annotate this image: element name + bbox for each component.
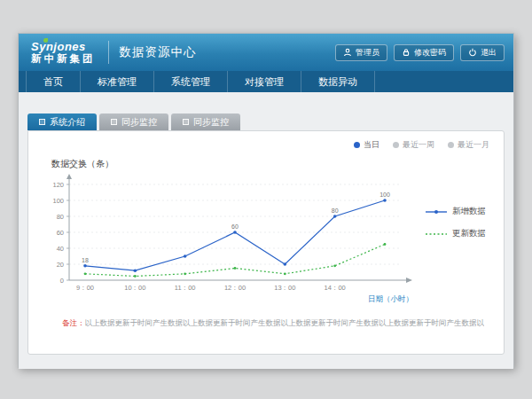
svg-text:9：00: 9：00 xyxy=(76,284,94,292)
legend-item-update-data: 更新数据 xyxy=(426,228,495,239)
content-area: 系统介绍 同步监控 同步监控 当日 最近一周 xyxy=(19,92,513,369)
tab-sync-monitor-2[interactable]: 同步监控 xyxy=(171,113,240,130)
svg-text:100: 100 xyxy=(379,192,390,198)
filter-last-month[interactable]: 最近一月 xyxy=(448,139,489,151)
user-icon xyxy=(343,48,352,57)
svg-text:60: 60 xyxy=(57,229,64,237)
tab-sync-monitor-1[interactable]: 同步监控 xyxy=(99,113,168,130)
svg-text:100: 100 xyxy=(52,197,64,205)
filter-today[interactable]: 当日 xyxy=(354,139,379,151)
svg-text:80: 80 xyxy=(57,213,64,221)
app-window: Synjones 新中新集团 数据资源中心 管理员 修改密码 xyxy=(18,33,514,368)
filter-last-week[interactable]: 最近一周 xyxy=(393,139,434,151)
leaf-icon xyxy=(43,38,48,43)
grid-icon xyxy=(111,119,117,125)
svg-text:20: 20 xyxy=(57,261,64,269)
svg-text:60: 60 xyxy=(231,223,239,230)
footnote: 备注：以上数据更新于时间产生数据以上数据更新于时间产生数据以上数据更新于时间产生… xyxy=(62,318,484,329)
grid-icon xyxy=(39,119,45,125)
svg-text:12：00: 12：00 xyxy=(224,284,246,292)
tab-system-intro[interactable]: 系统介绍 xyxy=(27,113,97,130)
svg-text:40: 40 xyxy=(57,245,64,253)
tab-bar: 系统介绍 同步监控 同步监控 xyxy=(27,113,505,130)
change-password-button[interactable]: 修改密码 xyxy=(394,44,454,61)
svg-text:120: 120 xyxy=(52,181,64,189)
chart-container: 0204060801001209：0010：0011：0012：0013：001… xyxy=(43,172,426,307)
solid-line-icon xyxy=(426,208,447,215)
footnote-prefix: 备注： xyxy=(62,318,85,327)
svg-text:日期（小时）: 日期（小时） xyxy=(368,294,413,303)
series-legend: 新增数据 更新数据 xyxy=(426,206,495,250)
chart-panel: 当日 最近一周 最近一月 数据交换（条） 0204060801001209：00… xyxy=(27,130,505,355)
brand-text: Synjones xyxy=(31,41,96,53)
svg-text:18: 18 xyxy=(82,257,89,263)
radio-dot-icon xyxy=(448,142,454,148)
line-chart: 0204060801001209：0010：0011：0012：0013：001… xyxy=(43,172,426,307)
nav-item-data-change[interactable]: 数据异动 xyxy=(301,71,375,92)
main-nav: 首页 标准管理 系统管理 对接管理 数据异动 xyxy=(19,71,513,92)
synjones-logo: Synjones 新中新集团 xyxy=(31,41,96,65)
app-header: Synjones 新中新集团 数据资源中心 管理员 修改密码 xyxy=(19,34,513,71)
nav-item-system[interactable]: 系统管理 xyxy=(154,71,228,92)
radio-dot-icon xyxy=(393,142,399,148)
dotted-line-icon xyxy=(426,231,447,238)
svg-text:13：00: 13：00 xyxy=(274,284,295,292)
radio-dot-icon xyxy=(354,142,360,148)
power-icon xyxy=(468,48,477,57)
header-divider xyxy=(108,41,109,64)
svg-text:14：00: 14：00 xyxy=(325,284,346,292)
footnote-text: 以上数据更新于时间产生数据以上数据更新于时间产生数据以上数据更新于时间产生数据以… xyxy=(85,318,485,327)
lock-icon xyxy=(402,48,411,57)
legend-item-new-data: 新增数据 xyxy=(426,206,495,217)
admin-button[interactable]: 管理员 xyxy=(335,44,387,61)
svg-text:11：00: 11：00 xyxy=(175,284,196,292)
y-axis-title: 数据交换（条） xyxy=(51,158,113,170)
svg-text:10：00: 10：00 xyxy=(124,284,145,292)
grid-icon xyxy=(183,119,189,125)
svg-text:0: 0 xyxy=(60,277,64,285)
range-filters: 当日 最近一周 最近一月 xyxy=(354,139,489,151)
nav-item-interface[interactable]: 对接管理 xyxy=(228,71,301,92)
nav-item-home[interactable]: 首页 xyxy=(26,71,81,92)
nav-item-standards[interactable]: 标准管理 xyxy=(81,71,154,92)
svg-text:80: 80 xyxy=(332,207,339,214)
logout-button[interactable]: 退出 xyxy=(460,44,505,61)
company-text: 新中新集团 xyxy=(31,53,96,65)
page-title: 数据资源中心 xyxy=(120,44,197,60)
